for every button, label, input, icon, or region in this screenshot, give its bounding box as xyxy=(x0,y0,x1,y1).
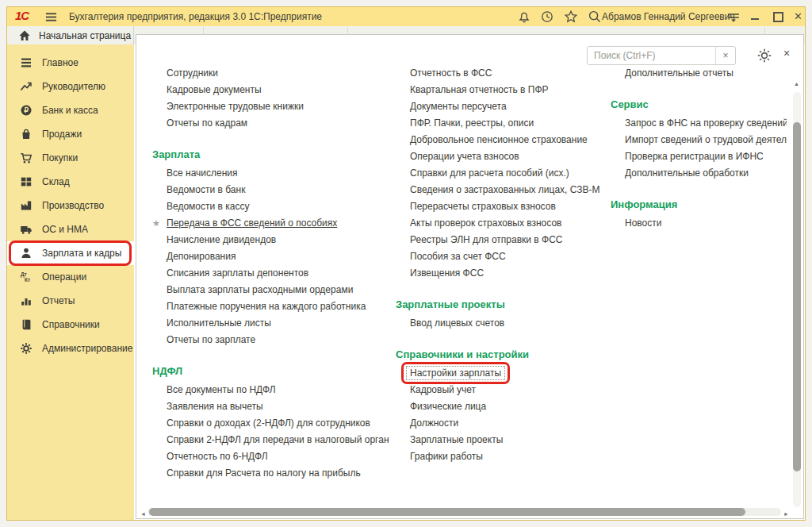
menu-item-label: Графики работы xyxy=(410,451,483,462)
menu-item[interactable]: Справки для Расчета по налогу на прибыль xyxy=(152,465,392,482)
sidebar-item[interactable]: Покупки xyxy=(7,146,134,170)
menu-item-label: Документы персучета xyxy=(410,101,507,112)
menu-item[interactable]: Все документы по НДФЛ xyxy=(152,382,392,398)
menu-item[interactable]: Документы персучета xyxy=(396,98,605,115)
sidebar-item[interactable]: Производство xyxy=(7,194,134,217)
sidebar-item[interactable]: ДтКтОперации xyxy=(7,265,134,289)
menu-item[interactable]: Начисление дивидендов xyxy=(152,232,392,248)
menu-item[interactable]: Перерасчеты страховых взносов xyxy=(396,198,605,215)
menu-item[interactable]: Зарплатные проекты xyxy=(396,432,605,448)
sidebar-item[interactable]: Руководителю xyxy=(7,75,134,98)
menu-item[interactable]: Платежные поручения на каждого работника xyxy=(152,298,392,315)
menu-search-field[interactable]: Поиск (Ctrl+F) × xyxy=(587,46,736,65)
sidebar-item[interactable]: Продажи xyxy=(7,122,134,146)
search-icon[interactable] xyxy=(588,10,602,24)
menu-column-3: Дополнительные отчетыСервисЗапрос в ФНС … xyxy=(611,65,787,232)
menu-item-label: Исполнительные листы xyxy=(167,317,271,329)
service-settings-icon[interactable] xyxy=(726,10,741,24)
menu-item-label: Кадровые документы xyxy=(167,84,262,95)
menu-item[interactable]: Отчеты по кадрам xyxy=(152,115,392,132)
menu-item[interactable]: Ведомости в банк xyxy=(152,182,392,198)
menu-item[interactable]: Все начисления xyxy=(152,165,392,182)
menu-item[interactable]: Пособия за счет ФСС xyxy=(396,248,605,265)
menu-item[interactable]: Сотрудники xyxy=(152,65,392,82)
sidebar-item[interactable]: ₽Банк и касса xyxy=(7,98,134,122)
menu-item[interactable]: Справки для расчета пособий (исх.) xyxy=(396,165,605,182)
vertical-scrollbar-thumb[interactable] xyxy=(793,122,801,471)
sidebar-item-label: Зарплата и кадры xyxy=(42,248,121,259)
menu-item[interactable]: Акты проверок страховых взносов xyxy=(396,215,605,232)
sidebar-item[interactable]: Главное xyxy=(7,51,134,75)
menu-item[interactable]: ★Передача в ФСС сведений о пособиях xyxy=(152,215,392,232)
menu-item[interactable]: Кадровый учет xyxy=(396,382,605,398)
menu-item[interactable]: Ввод лицевых счетов xyxy=(396,315,605,332)
menu-item[interactable]: Операции учета взносов xyxy=(396,148,605,165)
menu-item-label: Должности xyxy=(410,417,458,429)
menu-item[interactable]: Справки 2-НДФЛ для передачи в налоговый … xyxy=(152,432,392,448)
menu-item[interactable]: Настройки зарплаты xyxy=(396,365,605,382)
menu-item[interactable]: Исполнительные листы xyxy=(152,315,392,332)
menu-item[interactable]: Должности xyxy=(396,415,605,432)
menu-item-label: Зарплатные проекты xyxy=(410,434,503,445)
scroll-up-icon[interactable]: ▲ xyxy=(794,81,799,87)
menu-item[interactable]: Запрос в ФНС на проверку сведений работн… xyxy=(611,115,787,132)
menu-section-header: Зарплата xyxy=(152,146,392,163)
menu-item-label: Начисление дивидендов xyxy=(167,234,276,245)
current-user-menu[interactable]: Абрамов Геннадий Сергеевич xyxy=(602,11,735,22)
panel-settings-gear-icon[interactable] xyxy=(756,48,772,63)
menu-item-label: Отчеты по зарплате xyxy=(167,334,255,345)
gear-icon xyxy=(20,342,33,355)
horizontal-scrollbar-thumb[interactable] xyxy=(149,508,745,516)
sidebar-item[interactable]: Склад xyxy=(7,170,134,194)
sidebar-item[interactable]: Отчеты xyxy=(7,289,134,313)
menu-item[interactable]: Выплата зарплаты расходными ордерами xyxy=(152,282,392,298)
menu-item[interactable]: Проверка регистрации в ИФНС xyxy=(611,148,787,165)
minimize-button[interactable] xyxy=(751,18,759,20)
menu-item[interactable]: Ведомости в кассу xyxy=(152,198,392,215)
scroll-right-icon[interactable]: ► xyxy=(783,511,789,517)
menu-item[interactable]: Отчетность по 6-НДФЛ xyxy=(152,448,392,465)
menu-item[interactable]: ПФР. Пачки, реестры, описи xyxy=(396,115,605,132)
menu-item[interactable]: Дополнительные обработки xyxy=(611,165,787,182)
notifications-bell-icon[interactable] xyxy=(517,10,531,24)
menu-item[interactable]: Депонирования xyxy=(152,248,392,265)
menu-item[interactable]: Сведения о застрахованных лицах, СЗВ-М xyxy=(396,182,605,198)
menu-item[interactable]: Электронные трудовые книжки xyxy=(152,98,392,115)
focused-menu-item[interactable]: Настройки зарплаты xyxy=(406,366,505,380)
menu-item[interactable]: Новости xyxy=(611,215,787,232)
menu-item[interactable]: Отчетность в ФСС xyxy=(396,65,605,82)
sidebar-item[interactable]: ОС и НМА xyxy=(7,217,134,241)
sidebar-item[interactable]: Справочники xyxy=(7,313,134,337)
favorites-star-icon[interactable] xyxy=(564,10,578,24)
vertical-scrollbar[interactable] xyxy=(793,92,801,507)
menu-item[interactable]: Реестры ЭЛН для отправки в ФСС xyxy=(396,232,605,248)
menu-item[interactable]: Списания зарплаты депонентов xyxy=(152,265,392,282)
menu-item[interactable]: Справки о доходах (2-НДФЛ) для сотрудник… xyxy=(152,415,392,432)
menu-item[interactable]: Отчеты по зарплате xyxy=(152,332,392,348)
section-sidebar: ГлавноеРуководителю₽Банк и кассаПродажиП… xyxy=(7,44,134,520)
sidebar-item[interactable]: Зарплата и кадры xyxy=(7,241,134,265)
scroll-left-icon[interactable]: ◄ xyxy=(140,511,146,517)
sidebar-item[interactable]: Администрирование xyxy=(7,337,134,360)
menu-item[interactable]: Графики работы xyxy=(396,448,605,465)
menu-item[interactable]: Заявления на вычеты xyxy=(152,398,392,415)
menu-item[interactable]: Квартальная отчетность в ПФР xyxy=(396,82,605,98)
clear-search-icon[interactable]: × xyxy=(715,47,735,64)
maximize-button[interactable] xyxy=(773,12,783,22)
svg-text:₽: ₽ xyxy=(24,106,29,114)
menu-item[interactable]: Физические лица xyxy=(396,398,605,415)
menu-item-label: Платежные поручения на каждого работника xyxy=(167,301,366,312)
menu-item[interactable]: Извещения ФСС xyxy=(396,265,605,282)
history-icon[interactable] xyxy=(540,10,554,24)
menu-item[interactable]: Кадровые документы xyxy=(152,82,392,98)
close-window-button[interactable]: ✕ xyxy=(794,10,802,22)
close-panel-icon[interactable]: × xyxy=(783,47,790,60)
horizontal-scrollbar[interactable] xyxy=(147,508,781,516)
tab-home-page[interactable]: Начальная страница xyxy=(7,26,134,44)
menu-item[interactable]: Импорт сведений о трудовой деятельности xyxy=(611,132,787,148)
menu-item-label: Операции учета взносов xyxy=(410,151,519,162)
menu-item[interactable]: Добровольное пенсионное страхование xyxy=(396,132,605,148)
bag-icon xyxy=(20,128,33,140)
main-menu-icon[interactable] xyxy=(45,11,57,22)
menu-item[interactable]: Дополнительные отчеты xyxy=(611,65,787,82)
